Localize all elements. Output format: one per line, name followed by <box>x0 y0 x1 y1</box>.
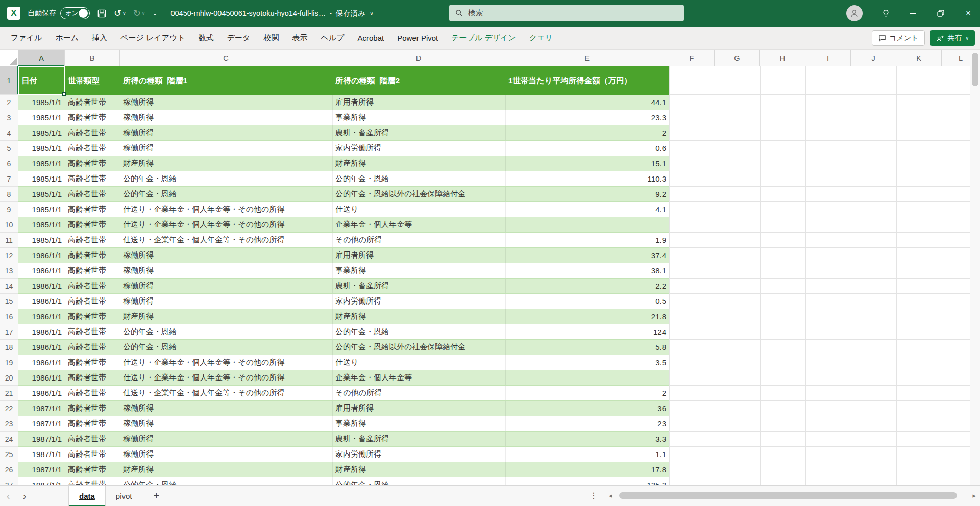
cell-income-category-2[interactable]: 家内労働所得 <box>332 141 505 156</box>
cell-household-type[interactable]: 高齢者世帯 <box>65 279 120 294</box>
empty-cell-F[interactable] <box>669 171 715 187</box>
empty-cell-H[interactable] <box>760 248 805 263</box>
cell-date[interactable]: 1986/1/1 <box>18 386 65 401</box>
cell-household-type[interactable]: 高齢者世帯 <box>65 324 120 340</box>
vertical-scrollbar-thumb[interactable] <box>972 53 978 86</box>
cell-date[interactable]: 1985/1/1 <box>18 217 65 233</box>
column-header-G[interactable]: G <box>715 50 760 66</box>
empty-cell-G[interactable] <box>715 401 760 416</box>
empty-cell-H[interactable] <box>760 386 805 401</box>
empty-cell-G[interactable] <box>715 432 760 447</box>
cell-date[interactable]: 1987/1/1 <box>18 477 65 485</box>
cell-average-income[interactable]: 1.1 <box>505 447 669 462</box>
empty-cell-K[interactable] <box>896 125 942 141</box>
empty-cell-I[interactable] <box>805 217 851 233</box>
ribbon-tab-テーブル デザイン[interactable]: テーブル デザイン <box>445 27 523 50</box>
empty-cell-K[interactable] <box>896 309 942 324</box>
empty-cell-F[interactable] <box>669 447 715 462</box>
empty-cell-I[interactable] <box>805 294 851 309</box>
empty-cell-G[interactable] <box>715 110 760 125</box>
cell-income-category-1[interactable]: 公的年金・恩給 <box>120 187 332 202</box>
cell-household-type[interactable]: 高齢者世帯 <box>65 217 120 233</box>
empty-cell-F[interactable] <box>669 95 715 110</box>
empty-cell-J[interactable] <box>851 462 896 477</box>
empty-cell-H[interactable] <box>760 355 805 370</box>
empty-cell-F[interactable] <box>669 141 715 156</box>
cell-date[interactable]: 1985/1/1 <box>18 171 65 187</box>
empty-cell-H[interactable] <box>760 416 805 432</box>
cell-income-category-1[interactable]: 稼働所得 <box>120 416 332 432</box>
cell-average-income[interactable]: 23 <box>505 416 669 432</box>
empty-cell-G[interactable] <box>715 447 760 462</box>
empty-cell-J[interactable] <box>851 340 896 355</box>
empty-cell-I[interactable] <box>805 279 851 294</box>
cell-household-type[interactable]: 高齢者世帯 <box>65 477 120 485</box>
empty-cell-J[interactable] <box>851 187 896 202</box>
row-header-1[interactable]: 1 <box>0 66 18 95</box>
column-header-K[interactable]: K <box>896 50 942 66</box>
empty-cell-H[interactable] <box>760 125 805 141</box>
cell-income-category-2[interactable]: 家内労働所得 <box>332 294 505 309</box>
document-title[interactable]: 00450-mhlw-00450061-syotoku-hyo14-full-l… <box>170 9 326 17</box>
cell-income-category-2[interactable]: 企業年金・個人年金等 <box>332 370 505 386</box>
empty-cell-J[interactable] <box>851 125 896 141</box>
horizontal-scrollbar[interactable] <box>616 492 968 499</box>
empty-cell-J[interactable] <box>851 202 896 217</box>
empty-cell-K[interactable] <box>896 294 942 309</box>
empty-cell-I[interactable] <box>805 263 851 279</box>
column-header-A[interactable]: A <box>18 50 65 66</box>
cell-income-category-1[interactable]: 稼働所得 <box>120 141 332 156</box>
empty-cell-J[interactable] <box>851 66 896 95</box>
cell-household-type[interactable]: 高齢者世帯 <box>65 386 120 401</box>
empty-cell-K[interactable] <box>896 217 942 233</box>
more-options-icon[interactable]: ⋮ <box>582 491 605 500</box>
empty-cell-H[interactable] <box>760 462 805 477</box>
cell-income-category-1[interactable]: 稼働所得 <box>120 432 332 447</box>
empty-cell-I[interactable] <box>805 248 851 263</box>
cell-household-type[interactable]: 高齢者世帯 <box>65 447 120 462</box>
empty-cell-F[interactable] <box>669 432 715 447</box>
undo-icon[interactable]: ↺∨ <box>114 8 126 19</box>
empty-cell-J[interactable] <box>851 171 896 187</box>
cell-household-type[interactable]: 高齢者世帯 <box>65 294 120 309</box>
cell-date[interactable]: 1986/1/1 <box>18 370 65 386</box>
empty-cell-F[interactable] <box>669 355 715 370</box>
cell-date[interactable]: 1986/1/1 <box>18 355 65 370</box>
empty-cell-G[interactable] <box>715 156 760 171</box>
table-header-E[interactable]: 1世帯当たり平均所得金額（万円） <box>505 66 669 95</box>
empty-cell-K[interactable] <box>896 248 942 263</box>
row-header-24[interactable]: 24 <box>0 432 18 447</box>
cell-income-category-2[interactable]: 財産所得 <box>332 156 505 171</box>
empty-cell-H[interactable] <box>760 477 805 485</box>
cell-household-type[interactable]: 高齢者世帯 <box>65 263 120 279</box>
empty-cell-F[interactable] <box>669 386 715 401</box>
cell-date[interactable]: 1985/1/1 <box>18 95 65 110</box>
lightbulb-icon[interactable] <box>874 0 897 27</box>
empty-cell-K[interactable] <box>896 110 942 125</box>
empty-cell-F[interactable] <box>669 125 715 141</box>
cell-average-income[interactable]: 124 <box>505 324 669 340</box>
cell-average-income[interactable]: 37.4 <box>505 248 669 263</box>
empty-cell-G[interactable] <box>715 171 760 187</box>
empty-cell-I[interactable] <box>805 416 851 432</box>
empty-cell-G[interactable] <box>715 125 760 141</box>
cell-average-income[interactable]: 1.9 <box>505 233 669 248</box>
empty-cell-J[interactable] <box>851 309 896 324</box>
empty-cell-G[interactable] <box>715 370 760 386</box>
row-header-9[interactable]: 9 <box>0 202 18 217</box>
empty-cell-G[interactable] <box>715 248 760 263</box>
row-header-11[interactable]: 11 <box>0 233 18 248</box>
ribbon-tab-クエリ[interactable]: クエリ <box>523 27 559 50</box>
empty-cell-H[interactable] <box>760 309 805 324</box>
empty-cell-H[interactable] <box>760 263 805 279</box>
empty-cell-I[interactable] <box>805 355 851 370</box>
cell-average-income[interactable]: 38.1 <box>505 263 669 279</box>
empty-cell-J[interactable] <box>851 156 896 171</box>
empty-cell-K[interactable] <box>896 141 942 156</box>
empty-cell-I[interactable] <box>805 171 851 187</box>
cell-date[interactable]: 1987/1/1 <box>18 416 65 432</box>
cell-average-income[interactable] <box>505 217 669 233</box>
column-header-B[interactable]: B <box>65 50 120 66</box>
cell-household-type[interactable]: 高齢者世帯 <box>65 370 120 386</box>
cell-income-category-2[interactable]: 雇用者所得 <box>332 248 505 263</box>
